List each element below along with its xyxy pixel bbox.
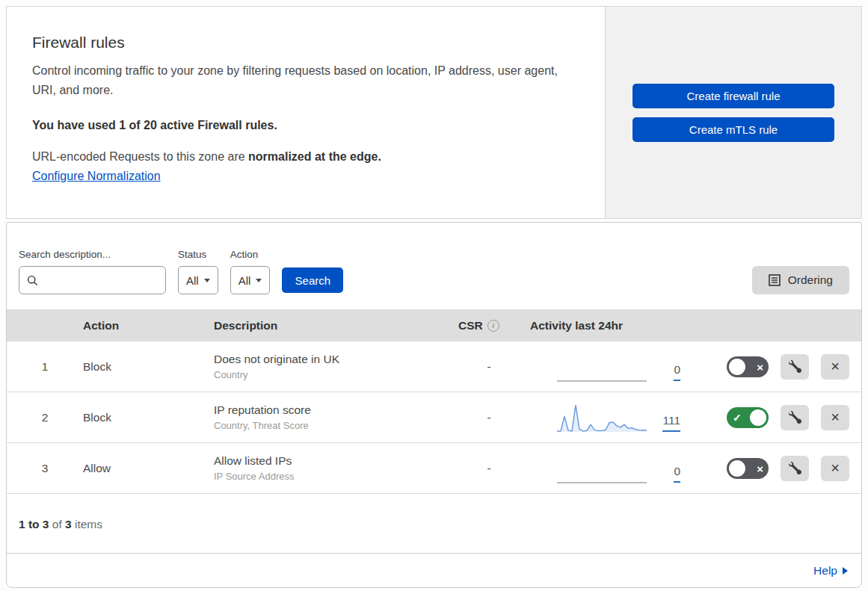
rules-card: Search description... Status All Action … — [6, 222, 862, 588]
status-select[interactable]: All — [178, 266, 218, 294]
rule-description-cell: Does not originate in UK Country — [214, 353, 448, 380]
rule-activity-cell: 0 — [530, 351, 691, 383]
rule-activity-cell: 0 — [530, 453, 691, 484]
action-filter-group: Action All — [230, 249, 271, 294]
range-text: 1 to 3 — [19, 518, 49, 530]
normalization-note: URL-encoded Requests to this zone are no… — [32, 150, 578, 164]
usage-summary: You have used 1 of 20 active Firewall ru… — [32, 119, 578, 132]
total-text: 3 — [65, 518, 72, 530]
activity-column-header: Activity last 24hr — [530, 319, 691, 332]
activity-count-link[interactable]: 0 — [674, 363, 680, 381]
search-box — [19, 266, 166, 294]
rule-fields: IP Source Address — [214, 471, 448, 482]
rule-action: Block — [83, 411, 214, 424]
activity-count-link[interactable]: 0 — [674, 465, 680, 483]
rule-enabled-toggle[interactable]: ✓ × — [727, 356, 769, 377]
rule-description: IP reputation score — [214, 403, 448, 417]
action-column-header: Action — [83, 319, 214, 332]
table-row: 2 Block IP reputation score Country, Thr… — [7, 392, 861, 443]
of-text: of — [49, 518, 65, 530]
status-filter-group: Status All — [178, 249, 218, 294]
normalization-bold: normalized at the edge. — [248, 150, 381, 163]
x-icon: × — [757, 360, 763, 373]
action-label: Action — [230, 249, 271, 260]
page-title: Firewall rules — [32, 34, 578, 52]
table-header: Action Description CSR i Activity last 2… — [7, 309, 861, 341]
ordering-label: Ordering — [788, 273, 833, 287]
check-icon: ✓ — [733, 412, 742, 424]
actions-panel: Create firewall rule Create mTLS rule — [606, 6, 862, 219]
delete-x-icon: × — [831, 460, 840, 477]
rule-description: Allow listed IPs — [214, 454, 448, 468]
configure-normalization-link[interactable]: Configure Normalization — [32, 170, 161, 183]
rule-activity-cell: 111 — [530, 402, 691, 433]
rule-priority: 1 — [7, 360, 83, 374]
filter-bar: Search description... Status All Action … — [7, 223, 861, 294]
items-text: items — [72, 518, 102, 530]
create-firewall-rule-button[interactable]: Create firewall rule — [632, 84, 834, 108]
wrench-icon — [789, 462, 801, 474]
search-label: Search description... — [19, 249, 166, 260]
wrench-icon — [789, 360, 801, 373]
firewall-rules-page: Firewall rules Control incoming traffic … — [6, 6, 862, 588]
status-value: All — [186, 274, 199, 287]
activity-sparkline — [557, 351, 647, 383]
chevron-down-icon — [256, 279, 262, 282]
help-arrow-icon — [843, 567, 848, 575]
edit-rule-button[interactable] — [781, 354, 809, 380]
activity-sparkline — [557, 453, 647, 484]
toggle-knob — [729, 359, 745, 375]
rule-action: Allow — [83, 462, 214, 475]
table-row: 1 Block Does not originate in UK Country… — [7, 341, 861, 392]
csr-column-header: CSR i — [448, 319, 530, 332]
wrench-icon — [789, 411, 801, 424]
rule-enabled-toggle[interactable]: ✓ × — [727, 407, 769, 428]
rule-priority: 3 — [7, 462, 83, 475]
rule-controls: ✓ × × — [691, 405, 861, 430]
rule-priority: 2 — [7, 411, 83, 424]
header-section: Firewall rules Control incoming traffic … — [6, 6, 862, 219]
rule-controls: ✓ × × — [691, 456, 861, 481]
rule-enabled-toggle[interactable]: ✓ × — [727, 458, 769, 479]
delete-x-icon: × — [831, 358, 840, 375]
page-description: Control incoming traffic to your zone by… — [32, 61, 563, 101]
help-label: Help — [813, 564, 837, 578]
action-value: All — [238, 274, 251, 287]
edit-rule-button[interactable] — [781, 405, 809, 430]
create-mtls-rule-button[interactable]: Create mTLS rule — [632, 117, 834, 142]
rule-description-cell: IP reputation score Country, Threat Scor… — [214, 403, 448, 431]
description-column-header: Description — [214, 319, 448, 332]
rule-csr: - — [448, 360, 530, 374]
ordering-button[interactable]: Ordering — [752, 266, 849, 294]
search-input[interactable] — [44, 273, 158, 288]
rule-description: Does not originate in UK — [214, 353, 448, 366]
csr-header-label: CSR — [458, 319, 483, 332]
delete-x-icon: × — [831, 409, 840, 426]
rule-fields: Country — [214, 369, 448, 380]
rule-description-cell: Allow listed IPs IP Source Address — [214, 454, 448, 482]
activity-sparkline — [557, 402, 647, 433]
search-button[interactable]: Search — [282, 267, 343, 293]
help-link[interactable]: Help — [813, 564, 848, 578]
search-group: Search description... — [19, 249, 166, 294]
rule-action: Block — [83, 360, 214, 374]
delete-rule-button[interactable]: × — [821, 354, 849, 380]
delete-rule-button[interactable]: × — [821, 405, 849, 430]
edit-rule-button[interactable] — [781, 456, 809, 481]
intro-card: Firewall rules Control incoming traffic … — [6, 6, 606, 219]
normalization-text: URL-encoded Requests to this zone are — [32, 150, 248, 163]
info-icon[interactable]: i — [487, 320, 499, 332]
action-select[interactable]: All — [230, 266, 271, 294]
toggle-knob — [729, 460, 745, 477]
rule-fields: Country, Threat Score — [214, 420, 448, 431]
delete-rule-button[interactable]: × — [821, 456, 849, 481]
search-icon — [27, 275, 38, 286]
activity-count-link[interactable]: 111 — [662, 414, 680, 432]
toggle-knob — [750, 409, 766, 426]
x-icon: × — [757, 462, 763, 474]
rule-controls: ✓ × × — [691, 354, 861, 380]
ordering-list-icon — [769, 274, 781, 286]
table-row: 3 Allow Allow listed IPs IP Source Addre… — [7, 443, 861, 494]
pagination-summary: 1 to 3 of 3 items — [7, 494, 861, 553]
help-bar: Help — [7, 553, 861, 587]
